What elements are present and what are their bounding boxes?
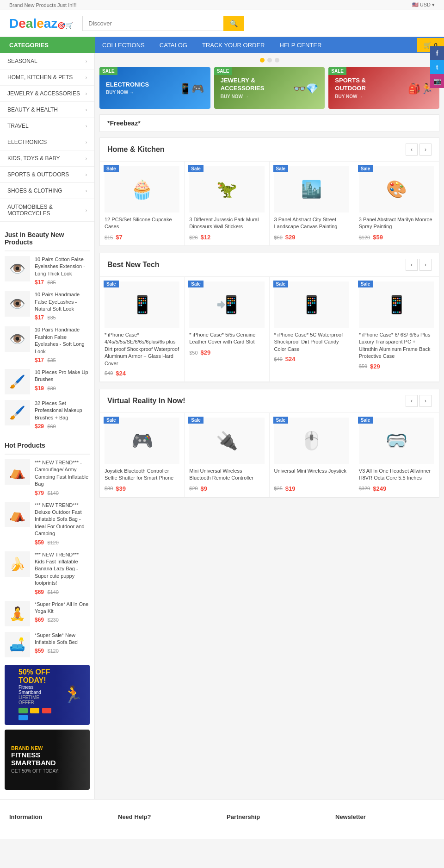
table-row[interactable]: Sale * iPhone Case* 5C Waterproof Shockp… [270,277,354,382]
list-item[interactable]: *** NEW TREND*** - Camouflage/ Army Camp… [5,459,90,496]
table-row[interactable]: Sale Mini Universal Wireless Bluetooth R… [185,413,269,497]
sidebar-item-sports[interactable]: SPORTS & OUTDOORS › [0,167,94,183]
product-image [5,369,30,394]
sale-tag: Sale [273,417,289,424]
promo-brand-new: BRAND NEW [11,745,83,751]
list-item[interactable]: *** NEW TREND*** Kids Fast Inflatable Ba… [5,551,90,595]
logo-text: Dealeaz🎯🛒 [9,16,73,31]
promo-banner-fitness[interactable]: BRAND NEW FITNESS SMARTBAND GET 50% OFF … [5,730,90,790]
product-price-old: $30 [47,386,56,391]
prev-arrow-home[interactable]: ‹ [406,144,418,156]
sidebar-item-jewelry[interactable]: JEWELRY & ACCESSORIES › [0,86,94,102]
product-price-new: $24 [285,356,296,362]
product-name: 10 Pieces Pro Make Up Brushes [35,369,90,383]
list-item[interactable]: *Super Sale* New Inflatable Sofa Bed $59… [5,632,90,657]
list-item[interactable]: 10 Pairs Handmade Fashion False Eyelashe… [5,326,90,363]
product-price-new: $29 [201,349,211,356]
just-in-beauty-title: Just In Beauty New Products [5,226,90,251]
nav-catalog[interactable]: CATALOG [152,37,195,53]
nav-help[interactable]: HELP CENTER [272,37,329,53]
sidebar-item-travel[interactable]: TRAVEL › [0,118,94,134]
sidebar-item-home-kitchen[interactable]: HOME, KITCHEN & PETS › [0,69,94,86]
nav-links: COLLECTIONS CATALOG TRACK YOUR ORDER HEL… [95,37,329,53]
product-name: 10 Pairs Handmade False EyeLashes - Natu… [35,291,90,312]
footer-information: Information [9,813,109,825]
promo-banner-50off[interactable]: 50% OFF TODAY! Fitness Smartband LIFETIM… [5,665,90,725]
nav-collections[interactable]: COLLECTIONS [95,37,152,53]
product-price-new: $29 [285,234,296,241]
logo[interactable]: Dealeaz🎯🛒 [9,16,73,31]
search-input[interactable] [82,16,223,31]
sale-tag: Sale [188,417,204,424]
banner-electronics[interactable]: SALE ELECTRONICS BUY NOW → [99,67,210,109]
currency-selector[interactable]: 🇺🇸 USD ▾ [412,2,435,8]
product-image [5,291,30,317]
sidebar-item-electronics[interactable]: ELECTRONICS › [0,134,94,150]
nav-track[interactable]: TRACK YOUR ORDER [195,37,272,53]
footer: Information Need Help? Partnership Newsl… [0,799,444,839]
sidebar-item-seasonal[interactable]: SEASONAL › [0,53,94,69]
search-button[interactable]: 🔍 [223,16,244,31]
product-price-old: $20 [189,486,197,491]
product-price-old: $50 [189,350,197,356]
facebook-icon[interactable]: f [430,46,444,60]
table-row[interactable]: Sale * iPhone Case* 4/4s/5/5s/SE/6/6s/6p… [100,277,185,382]
list-item[interactable]: *Super Price* All in One Yoga Kit $69 $2… [5,601,90,626]
social-sidebar: f t 📷 [430,46,444,88]
content-area: SALE ELECTRONICS BUY NOW → SALE JEWELRY … [95,53,444,799]
categories-button[interactable]: CATEGORIES [0,37,95,53]
next-arrow-vr[interactable]: › [419,395,432,407]
sidebar-item-kids[interactable]: KIDS, TOYS & BABY › [0,150,94,167]
list-item[interactable]: 32 Pieces Set Professional Makeup Brushe… [5,400,90,430]
list-item[interactable]: *** NEW TREND*** Deluxe Outdoor Fast Inf… [5,502,90,546]
product-image [5,400,30,425]
table-row[interactable]: Sale Universal Mini Wireless Joystick $3… [270,413,354,497]
prev-arrow-tech[interactable]: ‹ [406,259,418,271]
next-arrow-home[interactable]: › [419,144,432,156]
product-price-old: $35 [47,315,56,320]
twitter-icon[interactable]: t [430,60,444,74]
sidebar-item-automobiles[interactable]: AUTOMOBILES & MOTORCYCLES › [0,199,94,222]
product-name: 3 Panel Abstract Marilyn Monroe Spray Pa… [359,216,434,231]
product-price-old: $15 [105,235,113,240]
dot-2[interactable] [267,58,272,62]
prev-arrow-vr[interactable]: ‹ [406,395,418,407]
table-row[interactable]: Sale * iPhone Case* 6/ 6S/ 6/6s Plus Lux… [354,277,439,382]
best-new-tech-section: Best New Tech ‹ › Sale * iPhone Case* 4/… [99,253,439,382]
sale-tag: Sale [104,281,119,287]
table-row[interactable]: Sale * iPhone Case* 5/5s Genuine Leather… [185,277,269,382]
table-row[interactable]: Sale 3 Panel Abstract Marilyn Monroe Spr… [354,162,439,246]
banner-jewelry[interactable]: SALE JEWELRY &ACCESSORIES BUY NOW → [214,67,325,109]
dot-3[interactable] [275,58,279,62]
product-price-new: $17 [35,314,44,321]
section-title-tech: Best New Tech [107,261,160,269]
table-row[interactable]: Sale Joystick Bluetooth Controller Selfi… [100,413,185,497]
list-item[interactable]: 10 Pieces Pro Make Up Brushes $19 $30 [5,369,90,394]
table-row[interactable]: Sale 12 PCS/Set Silicone Cupcake Cases $… [100,162,185,246]
sale-tag: Sale [104,165,119,172]
product-price-old: $49 [105,370,113,376]
list-item[interactable]: 10 Pairs Cotton False Eyelashes Extensio… [5,256,90,286]
table-row[interactable]: Sale V3 All In One Headset Allwinner H8V… [354,413,439,497]
hot-products-title: Hot Products [5,437,90,455]
table-row[interactable]: Sale 3 Panel Abstract City Street Landsc… [270,162,354,246]
product-image [5,551,30,577]
footer-need-help-title: Need Help? [118,813,217,820]
list-item[interactable]: 10 Pairs Handmade False EyeLashes - Natu… [5,291,90,321]
banner-sports[interactable]: SALE SPORTS &OUTDOOR BUY NOW → [328,67,439,109]
table-row[interactable]: Sale 3 Different Jurassic Park Mural Din… [185,162,269,246]
product-image [189,418,264,464]
product-image [5,459,30,485]
product-image [5,632,30,657]
product-price-old: $35 [274,486,283,491]
sale-tag: Sale [104,417,119,424]
sidebar-item-shoes[interactable]: SHOES & CLOTHING › [0,183,94,199]
instagram-icon[interactable]: 📷 [430,74,444,88]
sidebar-item-beauty[interactable]: BEAUTY & HEALTH › [0,102,94,118]
next-arrow-tech[interactable]: › [419,259,432,271]
product-name: 3 Different Jurassic Park Mural Dinosaur… [189,216,264,231]
product-price-new: $249 [373,485,386,492]
dot-1[interactable] [260,58,265,62]
banner-row: SALE ELECTRONICS BUY NOW → SALE JEWELRY … [99,67,439,109]
product-price-old: $60 [47,424,56,429]
